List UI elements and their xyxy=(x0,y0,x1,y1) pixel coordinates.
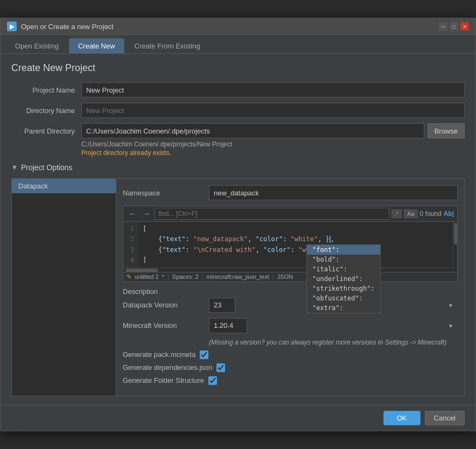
modified-indicator: * xyxy=(162,273,164,280)
editor-file-type: minecraft:raw_json_text xyxy=(207,273,269,280)
editor-body: 1 2 3 4 [ {"text": "new_datapack", "colo… xyxy=(123,222,457,268)
code-line-2: {"text": "new_datapack", "color": "white… xyxy=(143,234,449,244)
datapack-version-arrow-icon: ▼ xyxy=(448,302,453,308)
editor-search-input[interactable] xyxy=(155,208,389,220)
cancel-button[interactable]: Cancel xyxy=(425,411,465,425)
datapack-version-label: Datapack Version xyxy=(123,301,209,309)
autocomplete-item-underlined[interactable]: "underlined": xyxy=(307,274,380,284)
page-title: Create New Project xyxy=(11,62,465,74)
code-editor[interactable]: [ {"text": "new_datapack", "color": "whi… xyxy=(138,222,453,268)
minimize-button[interactable]: ─ xyxy=(439,22,447,31)
editor-vertical-scrollbar[interactable] xyxy=(453,222,457,268)
namespace-label: Namespace xyxy=(123,189,209,197)
datapack-version-select[interactable]: 23 xyxy=(209,298,235,313)
full-path-display: C:/Users/Joachim Coenen/.dpe/projects/Ne… xyxy=(81,141,465,148)
line-num-1: 1 xyxy=(128,224,134,234)
autocomplete-item-italic[interactable]: "italic": xyxy=(307,264,380,274)
ok-button[interactable]: OK xyxy=(383,411,421,425)
editor-forward-btn[interactable]: → xyxy=(141,209,152,218)
autocomplete-item-font[interactable]: "font": xyxy=(307,245,380,255)
editor-horizontal-scrollbar[interactable] xyxy=(123,268,457,272)
close-button[interactable]: ✕ xyxy=(460,22,469,31)
editor-file-name: untitled 2 xyxy=(135,273,159,280)
project-name-row: Project Name xyxy=(11,82,465,97)
line-numbers: 1 2 3 4 xyxy=(123,222,138,268)
status-pencil-icon: ✎ xyxy=(127,273,131,280)
tab-bar: Open Existing Create New Create From Exi… xyxy=(1,35,475,54)
autocomplete-item-obfuscated[interactable]: "obfuscated": xyxy=(307,293,380,303)
minecraft-version-hint: (Missing a version? you can always regis… xyxy=(209,339,458,346)
code-line-3: {"text": "\nCreated with", "color": "whi… xyxy=(143,245,449,255)
found-count: 0 found xyxy=(420,210,442,218)
window-controls: ─ □ ✕ xyxy=(439,22,469,31)
dialog-title: Open or Create a new Project xyxy=(21,23,114,31)
line-num-4: 4 xyxy=(128,255,134,265)
minecraft-version-wrapper: 1.20.4 ▼ xyxy=(209,318,458,333)
title-bar: ▶ Open or Create a new Project ─ □ ✕ xyxy=(1,18,475,35)
generate-folder-structure-label: Generate Folder Structure xyxy=(123,376,204,384)
generate-pack-mcmeta-row: Generate pack.mcmeta xyxy=(123,350,458,359)
line-num-2: 2 xyxy=(128,234,134,244)
section-title: Project Options xyxy=(21,163,73,172)
options-main-panel: Namespace ← → .* Aa 0 found Ab| xyxy=(116,178,465,396)
regex-toggle-icon[interactable]: Ab| xyxy=(444,210,454,218)
parent-directory-label: Parent Directory xyxy=(11,127,81,135)
generate-pack-mcmeta-label: Generate pack.mcmeta xyxy=(123,350,195,359)
minecraft-version-arrow-icon: ▼ xyxy=(448,322,453,328)
directory-name-row: Directory Name xyxy=(11,103,465,118)
warning-message: Project directory already exists. xyxy=(81,149,465,157)
minecraft-version-row: Minecraft Version 1.20.4 ▼ xyxy=(123,318,458,333)
sidebar-item-datapack[interactable]: Datapack xyxy=(12,179,116,193)
directory-name-input[interactable] xyxy=(81,103,465,118)
section-header: ▼ Project Options xyxy=(11,161,465,172)
editor-status-bar: ✎ untitled 2 * | Spaces: 2 | minecraft:r… xyxy=(123,272,457,282)
dialog-window: ▶ Open or Create a new Project ─ □ ✕ Ope… xyxy=(0,18,476,431)
options-sidebar: Datapack xyxy=(11,178,116,396)
autocomplete-item-extra[interactable]: "extra": xyxy=(307,303,380,313)
autocomplete-item-bold[interactable]: "bold": xyxy=(307,255,380,264)
project-name-input[interactable] xyxy=(81,82,465,97)
description-label: Description xyxy=(123,287,209,296)
minecraft-version-select[interactable]: 1.20.4 xyxy=(209,318,247,333)
parent-directory-row: Parent Directory Browse xyxy=(11,123,465,138)
code-line-1: [ xyxy=(143,224,449,234)
description-editor: ← → .* Aa 0 found Ab| 1 2 3 xyxy=(123,206,458,282)
scrollbar-thumb-horizontal xyxy=(125,269,158,272)
generate-dependencies-label: Generate dependencies.json xyxy=(123,363,212,371)
code-line-4: ] xyxy=(143,255,449,265)
editor-spaces: Spaces: 2 xyxy=(172,273,199,280)
generate-folder-structure-checkbox[interactable] xyxy=(208,376,217,385)
maximize-button[interactable]: □ xyxy=(450,22,458,31)
editor-back-btn[interactable]: ← xyxy=(127,209,138,218)
parent-directory-input[interactable] xyxy=(81,123,424,138)
minecraft-version-label: Minecraft Version xyxy=(123,321,209,329)
tab-create-from-existing[interactable]: Create From Existing xyxy=(125,38,209,53)
autocomplete-item-strikethrough[interactable]: "strikethrough": xyxy=(307,284,380,293)
editor-toolbar: ← → .* Aa 0 found Ab| xyxy=(123,206,457,222)
case-badge[interactable]: Aa xyxy=(404,209,417,218)
generate-pack-mcmeta-checkbox[interactable] xyxy=(200,350,208,359)
namespace-input[interactable] xyxy=(209,185,458,200)
generate-dependencies-row: Generate dependencies.json xyxy=(123,363,458,372)
datapack-version-row: Datapack Version 23 ▼ xyxy=(123,298,458,313)
description-row: Description xyxy=(123,287,458,296)
title-bar-left: ▶ Open or Create a new Project xyxy=(7,22,114,31)
directory-name-label: Directory Name xyxy=(11,107,81,115)
app-icon: ▶ xyxy=(7,22,17,31)
tab-open-existing[interactable]: Open Existing xyxy=(6,38,68,53)
dialog-content: Create New Project Project Name Director… xyxy=(1,54,475,405)
regex-badge[interactable]: .* xyxy=(391,209,402,218)
autocomplete-popup: "font": "bold": "italic": "underlined": … xyxy=(306,244,381,313)
generate-dependencies-checkbox[interactable] xyxy=(216,363,225,372)
dialog-footer: OK Cancel xyxy=(1,405,475,431)
line-num-3: 3 xyxy=(128,245,134,255)
namespace-row: Namespace xyxy=(123,185,458,200)
section-collapse-arrow[interactable]: ▼ xyxy=(11,164,18,171)
browse-button[interactable]: Browse xyxy=(428,123,465,138)
generate-folder-structure-row: Generate Folder Structure xyxy=(123,376,458,385)
editor-lang: JSON xyxy=(277,273,293,280)
project-name-label: Project Name xyxy=(11,86,81,94)
scrollbar-thumb-vertical xyxy=(454,223,457,244)
tab-create-new[interactable]: Create New xyxy=(69,38,124,53)
section-content: Datapack Namespace ← → .* A xyxy=(11,178,465,396)
